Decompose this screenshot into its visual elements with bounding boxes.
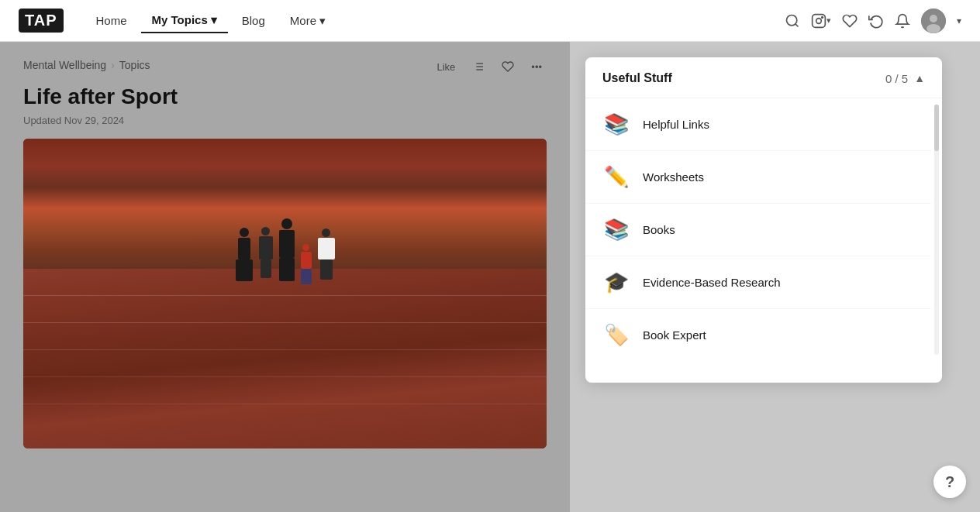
navbar: TAP Home My Topics ▾ Blog More ▾ ▾ [0,0,980,42]
like-button[interactable]: Like [432,60,460,74]
more-options-button[interactable]: ••• [526,60,547,74]
track-surface [23,269,547,448]
svg-rect-2 [813,14,826,27]
card-counter-area: 0 / 5 ▲ [885,72,925,85]
helpful-links-label: Helpful Links [643,118,709,131]
book-expert-label: Book Expert [643,328,706,342]
book-expert-icon: 🏷️ [602,323,630,347]
svg-point-6 [930,15,937,22]
track-line [23,376,547,377]
svg-point-3 [816,18,822,23]
svg-point-4 [822,16,823,18]
evidence-research-icon: 🎓 [602,270,630,294]
helpful-links-icon: 📚 [602,112,630,136]
worksheets-icon: ✏️ [602,165,630,189]
nav-links: Home My Topics ▾ Blog More ▾ [85,9,785,33]
evidence-research-label: Evidence-Based Research [643,276,781,289]
card-item-evidence-based-research[interactable]: 🎓 Evidence-Based Research [585,256,931,309]
heart-icon[interactable] [842,13,858,29]
track-scene [23,139,547,448]
nav-more[interactable]: More ▾ [279,9,336,33]
figure-child [301,244,312,284]
card-header: Useful Stuff 0 / 5 ▲ [585,57,942,98]
nav-home[interactable]: Home [85,9,138,32]
search-icon[interactable] [785,13,800,29]
track-line [23,404,547,404]
article-area: Mental Wellbeing › Topics Like ••• [0,42,570,512]
help-button[interactable]: ? [933,466,966,498]
right-panel: Useful Stuff 0 / 5 ▲ 📚 Helpful Links ✏️ … [570,42,980,512]
article-title: Life after Sport [23,84,547,110]
useful-stuff-card: Useful Stuff 0 / 5 ▲ 📚 Helpful Links ✏️ … [585,57,942,383]
svg-line-1 [795,23,799,26]
article-updated: Updated Nov 29, 2024 [23,115,547,126]
track-line [23,349,547,350]
favorite-button[interactable] [497,59,519,74]
hero-image [23,139,547,448]
brand-logo[interactable]: TAP [19,9,64,33]
breadcrumb-mental-wellbeing[interactable]: Mental Wellbeing [23,59,106,71]
card-item-helpful-links[interactable]: 📚 Helpful Links [585,98,931,151]
breadcrumb-topics[interactable]: Topics [119,59,150,71]
bell-icon[interactable] [895,13,910,29]
figure-4 [318,229,335,280]
article-header: Mental Wellbeing › Topics Like ••• [0,42,570,126]
figure-athlete [279,218,295,281]
svg-point-0 [787,15,797,25]
nav-blog[interactable]: Blog [231,9,276,32]
card-title: Useful Stuff [602,71,672,85]
card-item-worksheets[interactable]: ✏️ Worksheets [585,151,931,204]
article-actions: Like ••• [432,59,547,74]
list-view-button[interactable] [468,59,489,74]
chevron-up-icon[interactable]: ▲ [914,72,925,84]
card-body: 📚 Helpful Links ✏️ Worksheets 📚 Books 🎓 … [585,98,942,361]
scrollbar[interactable] [934,105,939,355]
figures-group [76,218,495,281]
avatar[interactable] [921,9,946,33]
nav-my-topics[interactable]: My Topics ▾ [141,9,228,33]
card-list: 📚 Helpful Links ✏️ Worksheets 📚 Books 🎓 … [585,98,931,361]
books-icon: 📚 [602,218,630,242]
books-label: Books [643,223,675,236]
card-counter: 0 / 5 [885,72,908,85]
figure-1 [236,228,253,281]
svg-point-7 [927,24,940,33]
chevron-down-icon: ▾ [319,14,326,28]
instagram-icon[interactable]: ▾ [811,13,831,29]
avatar-chevron-icon[interactable]: ▾ [957,15,961,26]
breadcrumb-separator: › [111,59,115,71]
chevron-down-icon: ▾ [211,13,217,27]
worksheets-label: Worksheets [643,170,704,184]
figure-2 [259,227,273,278]
track-line [23,322,547,323]
navbar-right: ▾ ▾ [785,9,961,33]
track-line [23,295,547,296]
main-content: Mental Wellbeing › Topics Like ••• [0,42,980,512]
history-icon[interactable] [868,13,884,29]
scrollbar-thumb[interactable] [934,105,939,151]
card-item-book-expert[interactable]: 🏷️ Book Expert [585,309,931,361]
card-item-books[interactable]: 📚 Books [585,204,931,256]
